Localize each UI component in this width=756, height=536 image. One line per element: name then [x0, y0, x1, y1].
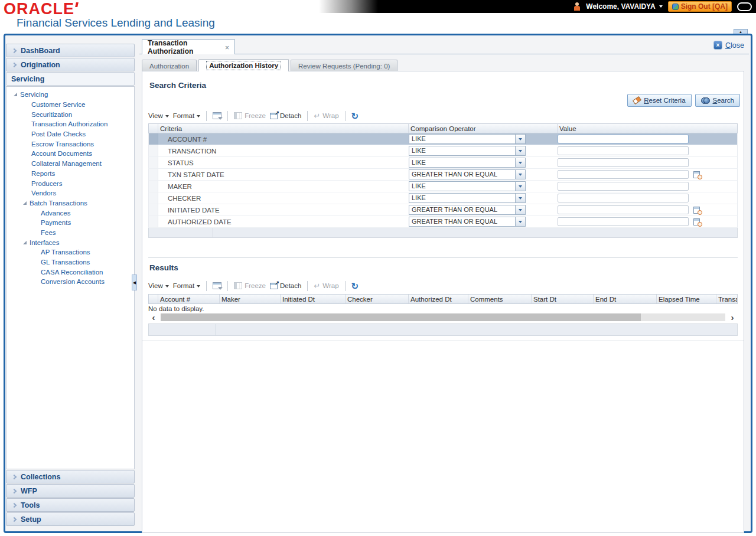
- dropdown-button[interactable]: [515, 146, 525, 155]
- criteria-row-initiated-date[interactable]: INITIATED DATEGREATER THAN OR EQUAL: [148, 204, 738, 216]
- sign-out-button[interactable]: Sign Out [QA]: [668, 1, 732, 12]
- value-input-txn-start-date[interactable]: [558, 170, 689, 179]
- sidebar-section-dashboard[interactable]: DashBoard: [6, 44, 135, 57]
- sidebar-item-servicing[interactable]: Servicing: [6, 90, 134, 100]
- criteria-row-transaction[interactable]: TRANSACTIONLIKE: [148, 145, 738, 157]
- criteria-row-txn-start-date[interactable]: TXN START DATEGREATER THAN OR EQUAL: [148, 169, 738, 181]
- dropdown-button[interactable]: [515, 194, 525, 202]
- comparison-operator-select-txn-start-date[interactable]: GREATER THAN OR EQUAL: [409, 169, 526, 179]
- refresh-button[interactable]: ↻: [351, 282, 359, 290]
- row-selector-cell[interactable]: [149, 133, 158, 145]
- sidebar-item-securitization[interactable]: Securitization: [6, 109, 134, 119]
- scroll-right-icon[interactable]: ›: [727, 313, 738, 321]
- sidebar-item-conversion-accounts[interactable]: Conversion Accounts: [6, 277, 134, 287]
- format-menu-label: Format: [173, 112, 194, 119]
- dropdown-button[interactable]: [515, 217, 525, 226]
- query-by-example-button[interactable]: [213, 112, 221, 119]
- dropdown-button[interactable]: [515, 158, 525, 167]
- tab-label: Authorization History: [206, 61, 281, 70]
- sidebar-item-gl-transactions[interactable]: GL Transactions: [6, 257, 134, 267]
- sidebar-item-payments[interactable]: Payments: [6, 218, 134, 228]
- row-selector-cell[interactable]: [149, 169, 158, 180]
- criteria-row-authorized-date[interactable]: AUTHORIZED DATEGREATER THAN OR EQUAL: [148, 216, 738, 228]
- comparison-operator-select-account[interactable]: LIKE: [409, 134, 526, 144]
- scrollbar-thumb[interactable]: [161, 313, 641, 321]
- sidebar-section-setup[interactable]: Setup: [6, 512, 135, 526]
- date-picker-icon[interactable]: [693, 171, 702, 179]
- sidebar-item-post-date-checks[interactable]: Post Date Checks: [6, 129, 134, 139]
- value-input-status[interactable]: [558, 158, 689, 167]
- sidebar-item-transaction-authorization[interactable]: Transaction Authorization: [6, 119, 134, 129]
- results-column-header-start-dt: Start Dt: [532, 295, 594, 303]
- query-by-example-button[interactable]: [213, 282, 221, 289]
- sidebar-section-collections[interactable]: Collections: [6, 470, 135, 483]
- criteria-row-checker[interactable]: CHECKERLIKE: [148, 192, 738, 204]
- sidebar-collapse-handle[interactable]: ◀: [132, 274, 137, 290]
- criteria-label: AUTHORIZED DATE: [158, 218, 409, 225]
- row-selector-cell[interactable]: [149, 181, 158, 192]
- tab-authorization-history[interactable]: Authorization History: [198, 59, 289, 71]
- sidebar-item-producers[interactable]: Producers: [6, 178, 134, 188]
- welcome-user-menu[interactable]: Welcome, VAVAIDYA: [586, 2, 662, 11]
- value-input-initiated-date[interactable]: [558, 205, 689, 214]
- sidebar-item-advances[interactable]: Advances: [6, 208, 134, 218]
- scrollbar-track[interactable]: [161, 313, 725, 321]
- sidebar-section-tools[interactable]: Tools: [6, 498, 135, 512]
- dropdown-button[interactable]: [515, 135, 525, 143]
- comparison-operator-select-transaction[interactable]: LIKE: [409, 146, 526, 156]
- row-selector-cell[interactable]: [149, 192, 158, 204]
- tab-close-icon[interactable]: ×: [225, 45, 229, 51]
- value-input-transaction[interactable]: [558, 146, 689, 155]
- sidebar-item-batch-transactions[interactable]: Batch Transactions: [6, 198, 134, 208]
- sidebar-item-vendors[interactable]: Vendors: [6, 188, 134, 198]
- search-button[interactable]: Search: [695, 94, 740, 107]
- view-menu-button[interactable]: View: [148, 282, 169, 289]
- comparison-operator-select-maker[interactable]: LIKE: [409, 181, 526, 191]
- criteria-row-status[interactable]: STATUSLIKE: [148, 157, 738, 169]
- sidebar-item-collateral-management[interactable]: Collateral Management: [6, 159, 134, 169]
- tab-authorization[interactable]: Authorization: [142, 60, 197, 71]
- sidebar-item-account-documents[interactable]: Account Documents: [6, 149, 134, 159]
- row-selector-cell[interactable]: [149, 216, 158, 227]
- criteria-row-maker[interactable]: MAKERLIKE: [148, 181, 738, 192]
- dropdown-button[interactable]: [515, 182, 525, 191]
- detach-button[interactable]: ↗Detach: [270, 282, 301, 289]
- view-menu-button[interactable]: View: [148, 112, 169, 119]
- sidebar-item-casa-reconciliation[interactable]: CASA Reconciliation: [6, 267, 134, 277]
- comparison-operator-select-status[interactable]: LIKE: [409, 158, 526, 168]
- value-input-authorized-date[interactable]: [558, 217, 689, 226]
- row-selector-cell[interactable]: [149, 145, 158, 156]
- format-menu-button[interactable]: Format: [173, 282, 200, 289]
- sidebar-item-ap-transactions[interactable]: AP Transactions: [6, 247, 134, 257]
- sidebar-item-escrow-transactions[interactable]: Escrow Transactions: [6, 139, 134, 149]
- sidebar-section-origination[interactable]: Origination: [6, 58, 135, 71]
- criteria-row-account[interactable]: ACCOUNT #LIKE: [148, 133, 738, 145]
- sidebar-item-fees[interactable]: Fees: [6, 228, 134, 238]
- detach-button[interactable]: ↗Detach: [270, 112, 301, 119]
- refresh-button[interactable]: ↻: [351, 112, 359, 120]
- comparison-operator-select-checker[interactable]: LIKE: [409, 193, 526, 203]
- tab-review-requests[interactable]: Review Requests (Pending: 0): [291, 60, 397, 71]
- comparison-operator-select-initiated-date[interactable]: GREATER THAN OR EQUAL: [409, 205, 526, 215]
- row-selector-cell[interactable]: [149, 157, 158, 168]
- sidebar-item-interfaces[interactable]: Interfaces: [6, 237, 134, 247]
- dropdown-button[interactable]: [515, 205, 525, 214]
- format-menu-button[interactable]: Format: [173, 112, 200, 119]
- date-picker-icon[interactable]: [693, 206, 702, 214]
- session-oval-icon[interactable]: [737, 2, 752, 11]
- row-selector-cell[interactable]: [149, 204, 158, 215]
- value-input-account[interactable]: [558, 135, 689, 143]
- scroll-left-icon[interactable]: ‹: [148, 313, 159, 321]
- sidebar-item-customer-service[interactable]: Customer Service: [6, 100, 134, 110]
- reset-criteria-button[interactable]: Reset Criteria: [627, 94, 691, 107]
- value-input-checker[interactable]: [558, 194, 689, 202]
- value-input-maker[interactable]: [558, 182, 689, 191]
- sidebar-item-reports[interactable]: Reports: [6, 169, 134, 179]
- sidebar-section-servicing[interactable]: Servicing: [6, 72, 135, 86]
- dropdown-button[interactable]: [515, 170, 525, 179]
- sidebar-section-wfp[interactable]: WFP: [6, 484, 135, 498]
- tab-transaction-authorization[interactable]: Transaction Authorization ×: [142, 39, 235, 54]
- comparison-operator-select-authorized-date[interactable]: GREATER THAN OR EQUAL: [409, 217, 526, 227]
- date-picker-icon[interactable]: [693, 218, 702, 226]
- close-button[interactable]: × Close: [713, 41, 744, 50]
